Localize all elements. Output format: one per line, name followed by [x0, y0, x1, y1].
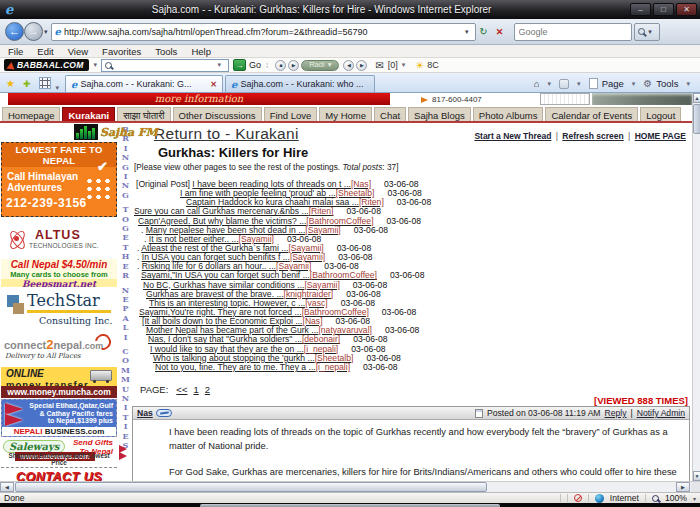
rss-dropdown-icon[interactable]: ▾ — [577, 80, 581, 88]
post-author-link[interactable]: Nas — [137, 408, 153, 418]
nav-tab-chat[interactable]: Chat — [374, 107, 406, 121]
menu-help[interactable]: Help — [191, 46, 211, 57]
ad-nepali-business[interactable]: Special Etihad,Qatar,Gulf & Cathay Pacif… — [1, 399, 117, 437]
thread-link[interactable]: Sure you can call Gurkhas mercenary.&nbs… — [134, 207, 334, 216]
radio-stop-button[interactable]: ■ — [275, 60, 286, 71]
ad-web-design[interactable]: CONTACT US for WEB DESIGN — [1, 470, 117, 481]
vertical-scrollbar[interactable]: ▲ ▼ — [692, 93, 700, 481]
banner-ad-small[interactable] — [540, 93, 590, 105]
nav-tab-photo-albums[interactable]: Photo Albums — [473, 107, 544, 121]
pager-link[interactable]: 2 — [205, 384, 210, 395]
scroll-down-icon[interactable]: ▼ — [693, 471, 700, 481]
ad-saleways[interactable]: Saleways Send GiftsTo Nepal www.saleways… — [1, 438, 117, 468]
menu-favorites[interactable]: Favorites — [102, 46, 141, 57]
thread-link[interactable]: Gurkhas are bravest of the brave. ...[kn… — [146, 290, 333, 299]
thread-link[interactable]: Captain Haddock ko kura chaahi malai saa… — [186, 198, 384, 207]
ad-money-transfer[interactable]: ONLINE money transfer www.money.muncha.c… — [1, 367, 117, 398]
thread-link[interactable]: Many nepalese have been shot dead in ...… — [146, 226, 341, 235]
forward-button[interactable]: → — [24, 22, 43, 41]
action-refresh-screen[interactable]: Refresh screen — [562, 131, 623, 141]
more-info-banner[interactable]: more information — [8, 93, 390, 105]
phishing-filter-icon[interactable] — [574, 494, 582, 502]
url-input[interactable] — [64, 27, 464, 37]
thread-link[interactable]: No BC, Gurkhas have similar conditions .… — [143, 281, 340, 290]
toolbar-search-dropdown-icon[interactable]: ▾ — [217, 61, 221, 69]
thread-link[interactable]: In USA you can forget such benifits f ..… — [142, 253, 325, 262]
toolbar-go-button[interactable]: → — [233, 59, 246, 71]
action-home-page[interactable]: HOME PAGE — [635, 131, 686, 141]
page-menu-button[interactable]: Page — [602, 78, 624, 89]
thread-link[interactable]: Nas, I don't say that "Gurkha soldiers" … — [148, 335, 340, 344]
home-icon[interactable]: ⌂ — [534, 78, 540, 89]
nav-tab-sajha-blogs[interactable]: Sajha Blogs — [408, 107, 471, 121]
ad-call-nepal[interactable]: Call Nepal $4.50/min Many cards to choos… — [1, 259, 117, 287]
thread-link[interactable]: Who is talking about stopping the 'gurkh… — [153, 354, 353, 363]
tab-inactive[interactable]: e Sajha.com - - Kurakani: who ... — [225, 75, 375, 92]
babbaal-dropdown-icon[interactable]: ▾ — [93, 61, 97, 69]
close-button[interactable]: ✕ — [676, 3, 697, 16]
history-dropdown-icon[interactable]: ▾ — [44, 28, 48, 36]
action-start-a-new-thread[interactable]: Start a New Thread — [474, 131, 551, 141]
scroll-left-icon[interactable]: ◀ — [0, 482, 14, 492]
pager-link[interactable]: 1 — [193, 384, 198, 395]
scroll-up-icon[interactable]: ▲ — [693, 93, 700, 103]
rss-icon[interactable] — [559, 79, 569, 89]
volume-down-button[interactable]: ◀ — [343, 60, 354, 71]
horizontal-scroll-thumb[interactable] — [15, 482, 487, 492]
menu-tools[interactable]: Tools — [155, 46, 177, 57]
add-favorite-icon[interactable]: ✚ — [23, 79, 31, 89]
toolbar-search-combo[interactable]: ▾ — [101, 59, 229, 72]
nav-tab-my-home[interactable]: My Home — [319, 107, 372, 121]
nav-tab-logout[interactable]: Logout — [640, 107, 681, 121]
ad-lowest-fare[interactable]: LOWEST FARE TO NEPAL Call HimalayanAdven… — [1, 142, 117, 217]
thread-link[interactable]: Sayami,You're right. They are not forced… — [139, 308, 369, 317]
menu-edit[interactable]: Edit — [37, 46, 53, 57]
restore-button[interactable]: □ — [653, 3, 674, 16]
quick-tabs-icon[interactable] — [39, 77, 51, 89]
nav-tab-calendar-of-events[interactable]: Calendar of Events — [545, 107, 638, 121]
home-dropdown-icon[interactable]: ▾ — [548, 80, 552, 88]
pager-link[interactable]: << — [176, 384, 187, 395]
thread-link[interactable]: It is not better either.. ...[Sayamii] — [149, 235, 274, 244]
menu-file[interactable]: File — [8, 46, 23, 57]
back-button[interactable]: ← — [5, 22, 24, 41]
banner-ad-photo[interactable] — [592, 93, 692, 105]
favorites-star-icon[interactable]: ★ — [6, 78, 15, 89]
vertical-scroll-thumb[interactable] — [693, 104, 700, 134]
thread-link[interactable]: Capn'Agreed. But why blame the victims? … — [138, 217, 374, 226]
volume-up-button[interactable]: ▶ — [356, 60, 367, 71]
url-dropdown-icon[interactable]: ▾ — [465, 28, 469, 36]
menu-view[interactable]: View — [68, 46, 88, 57]
ad-altus[interactable]: ALTUS TECHNOLOGIES INC. — [1, 220, 117, 257]
radio-play-button[interactable]: ▶ — [288, 60, 299, 71]
nav-tab-साझा-घोतारी[interactable]: साझा घोतारी — [117, 107, 170, 121]
thread-link[interactable]: I would like to say that they are the on… — [150, 345, 338, 354]
thread-link[interactable]: Mother Nepal has became part of the Gurk… — [146, 326, 372, 335]
zoom-icon[interactable] — [652, 495, 659, 502]
toolbar-grip[interactable]: ⁞ — [266, 61, 268, 70]
quick-tabs-dropdown-icon[interactable]: ▾ — [56, 84, 60, 92]
thread-link[interactable]: Atleast the rest of the Gurkha`s fami ..… — [141, 244, 323, 253]
nav-tab-kurakani[interactable]: Kurakani — [62, 107, 115, 121]
radio-station-select[interactable]: Radi ▾ — [301, 60, 339, 71]
nav-tab-homepage[interactable]: Homepage — [2, 107, 60, 121]
mail-icon[interactable]: ✉ — [375, 60, 383, 71]
reply-link[interactable]: Reply — [605, 408, 627, 418]
nav-tab-other-discussions[interactable]: Other Discussions — [173, 107, 262, 121]
search-dropdown-icon[interactable]: ▾ — [648, 28, 652, 36]
tools-dropdown-icon[interactable]: ▾ — [686, 80, 690, 88]
thread-link[interactable]: Risking life for 6 dollars an hour.. ...… — [142, 262, 312, 271]
thread-link[interactable]: I am fine with people feeling 'proud' ab… — [180, 189, 374, 198]
tab-close-icon[interactable]: ✕ — [204, 80, 217, 89]
minimize-button[interactable]: – — [630, 3, 651, 16]
nav-tab-find-love[interactable]: Find Love — [264, 107, 318, 121]
thread-link[interactable]: I have been reading lots of threads on t… — [192, 180, 371, 189]
babbaal-logo[interactable]: BABBAAL.COM — [4, 59, 89, 71]
horizontal-scrollbar[interactable]: ◀ ▶ — [0, 481, 700, 492]
sajha-fm-logo[interactable]: Sajha FM — [74, 123, 158, 141]
mail-dropdown-icon[interactable]: ▾ — [402, 61, 406, 69]
refresh-button[interactable]: ↻ — [476, 23, 492, 41]
notify-admin-link[interactable]: Notify Admin — [637, 408, 685, 418]
ad-techstar[interactable]: TechStar Consulting Inc. — [1, 289, 117, 330]
page-dropdown-icon[interactable]: ▾ — [632, 80, 636, 88]
